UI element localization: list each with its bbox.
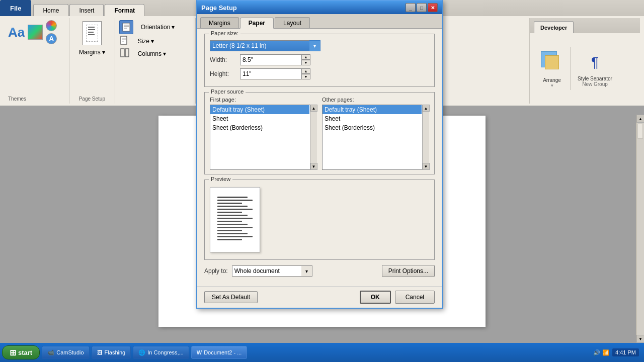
dialog-title-bar: Page Setup _ □ ✕ [197,1,442,14]
tab-paper[interactable]: Paper [240,18,274,29]
orientation-icon [119,20,133,34]
first-page-list[interactable]: Default tray (Sheet) Sheet Sheet (Border… [210,105,317,170]
width-spin-up[interactable]: ▲ [301,54,310,60]
list-item[interactable]: Default tray (Sheet) [210,105,309,114]
height-label: Height: [210,70,240,77]
dialog-restore-button[interactable]: □ [417,3,427,12]
dialog-minimize-button[interactable]: _ [406,3,416,12]
paper-size-dropdown-container: Letter (8 1/2 x 11 in) ▾ [210,40,320,51]
format-tab[interactable]: Format [105,4,144,16]
preview-line [217,218,253,219]
svg-rect-8 [121,49,124,57]
style-separator-icon[interactable]: ¶ [584,50,606,75]
print-options-button[interactable]: Print Options... [382,265,435,277]
insert-tab[interactable]: Insert [69,4,104,16]
other-pages-scroll-down[interactable]: ▼ [423,163,430,170]
svg-rect-9 [125,49,129,57]
home-tab[interactable]: Home [33,4,68,16]
width-spinner-container: ▲ ▼ [240,54,310,65]
size-button[interactable]: Size ▾ [134,36,157,46]
first-page-list-wrap: Default tray (Sheet) Sheet Sheet (Border… [210,105,317,170]
paper-size-select[interactable]: Letter (8 1/2 x 11 in) [210,40,320,51]
set-as-default-button[interactable]: Set As Default [204,291,258,303]
tab-margins[interactable]: Margins [200,17,239,28]
apply-to-label: Apply to: [204,267,228,275]
developer-tab[interactable]: Developer [534,21,574,33]
list-item[interactable]: Sheet (Borderless) [323,123,422,132]
dialog-footer: Set As Default OK Cancel [197,286,442,308]
apply-to-arrow[interactable]: ▾ [301,265,312,277]
vertical-scrollbar[interactable]: ▲ ▼ [636,115,644,343]
height-spin-down[interactable]: ▼ [301,74,310,79]
list-item[interactable]: Sheet [210,114,309,123]
height-input[interactable] [240,68,310,79]
margins-icon[interactable] [83,21,102,45]
list-item[interactable]: Sheet [323,114,422,123]
orientation-button[interactable]: Orientation ▾ [137,22,179,32]
preview-line [217,236,253,237]
cancel-button[interactable]: Cancel [395,291,435,304]
first-page-col: First page: Default tray (Sheet) Sheet S… [210,97,317,170]
tab-layout-label: Layout [283,20,301,27]
first-page-label: First page: [210,97,317,103]
list-item[interactable]: Default tray (Sheet) [323,105,422,114]
dialog-close-button[interactable]: ✕ [428,3,438,12]
margins-button[interactable]: Margins ▾ [75,47,109,57]
network-icon: 🔊 [593,349,600,356]
size-icon [119,36,130,47]
preview-line [217,212,242,213]
color-square-icon [28,25,43,40]
columns-label: Columns [138,50,162,57]
themes-aa-icon: Aa [8,26,25,39]
insert-tab-label: Insert [79,7,94,14]
ok-button[interactable]: OK [360,291,391,304]
taskbar-item-browser[interactable]: 🌐 In Congress,... [133,346,189,359]
scroll-thumb[interactable] [637,124,643,139]
file-tab[interactable]: File [0,0,31,16]
preview-line [217,227,253,228]
first-page-scrollbar[interactable]: ▲ ▼ [310,105,317,170]
sys-tray: 🔊 📶 [593,349,609,356]
width-spinner-buttons: ▲ ▼ [301,54,310,65]
tab-layout[interactable]: Layout [275,17,310,28]
preview-section: Preview [204,179,435,260]
preview-line [217,224,248,225]
page-setup-group: Orientation ▾ Size ▾ Columns [115,18,196,104]
scroll-down-button[interactable]: ▼ [636,335,644,343]
paper-size-dropdown-arrow[interactable]: ▾ [309,40,320,51]
size-label: Size [138,38,149,45]
word-icon: W [197,349,202,355]
other-pages-scrollbar[interactable]: ▲ ▼ [422,105,429,170]
apply-to-dropdown-container: Whole documentThis sectionThis point for… [232,265,312,277]
margins-button-label: Margins [79,49,101,56]
preview-line [217,233,248,234]
dialog-tab-bar: Margins Paper Layout [197,14,442,29]
new-group-label: New Group [582,81,608,87]
width-input[interactable] [240,54,310,65]
list-item[interactable]: Sheet (Borderless) [210,123,309,132]
tab-paper-label: Paper [249,20,265,27]
apply-to-row: Apply to: Whole documentThis sectionThis… [204,265,435,277]
arrange-icon[interactable] [541,51,563,73]
other-pages-scroll-up[interactable]: ▲ [423,105,430,112]
other-pages-list[interactable]: Default tray (Sheet) Sheet Sheet (Border… [322,105,429,170]
size-arrow: ▾ [151,38,154,45]
columns-button[interactable]: Columns ▾ [134,49,170,59]
first-page-scroll-up[interactable]: ▲ [310,105,317,112]
font-color-icon: A [46,33,57,44]
width-spin-down[interactable]: ▼ [301,60,310,65]
first-page-scroll-down[interactable]: ▼ [310,163,317,170]
style-separator-label: Style Separator [578,76,612,81]
taskbar-item-word[interactable]: W Document2 - ... [191,346,248,359]
dialog-title-buttons: _ □ ✕ [406,3,438,12]
taskbar-item-camstudio[interactable]: 📹 CamStudio [42,346,89,359]
apply-to-select[interactable]: Whole documentThis sectionThis point for… [232,265,312,277]
browser-label: In Congress,... [147,349,184,355]
preview-line [217,209,253,210]
start-button[interactable]: ⊞ start [2,345,40,359]
developer-tab-label: Developer [540,25,567,31]
camstudio-label: CamStudio [56,349,84,355]
taskbar-item-flashing[interactable]: 🖼 Flashing [92,346,131,359]
scroll-up-button[interactable]: ▲ [636,115,644,123]
height-spin-up[interactable]: ▲ [301,68,310,74]
